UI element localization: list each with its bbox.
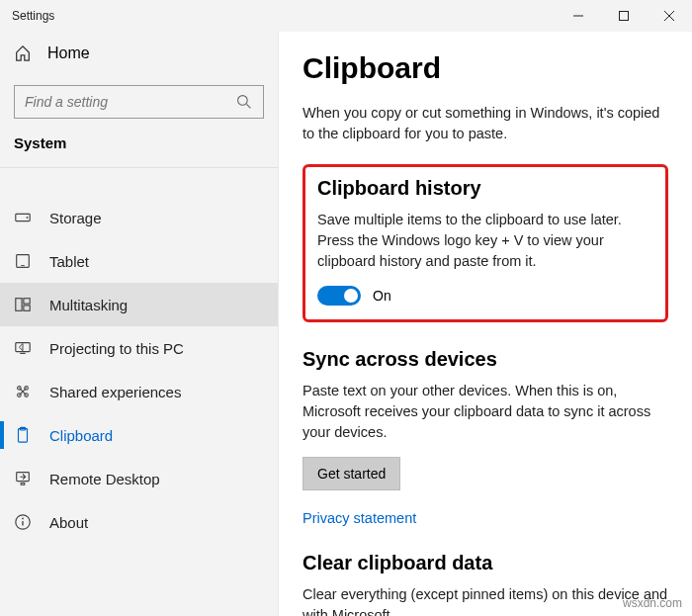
sidebar-item-projecting[interactable]: Projecting to this PC	[0, 326, 278, 370]
clear-desc: Clear everything (except pinned items) o…	[303, 584, 668, 616]
sidebar-item-label: Projecting to this PC	[49, 340, 184, 357]
storage-icon	[14, 209, 32, 226]
svg-rect-21	[21, 484, 25, 485]
sidebar-item-label: Remote Desktop	[49, 471, 160, 487]
sidebar-item-tablet[interactable]: Tablet	[0, 239, 278, 283]
sync-heading: Sync across devices	[303, 348, 668, 371]
page-intro: When you copy or cut something in Window…	[303, 103, 668, 144]
sidebar-item-multitasking[interactable]: Multitasking	[0, 283, 278, 326]
minimize-button[interactable]	[556, 0, 601, 32]
svg-line-5	[246, 104, 250, 108]
projecting-icon	[14, 339, 32, 357]
sidebar-item-label: Storage	[49, 210, 102, 226]
sidebar-item-label: Clipboard	[49, 427, 113, 444]
svg-point-24	[22, 518, 24, 520]
page-title: Clipboard	[303, 51, 668, 85]
maximize-button[interactable]	[601, 0, 647, 32]
remote-icon	[14, 470, 32, 487]
toggle-knob	[344, 289, 358, 303]
tablet-icon	[14, 252, 32, 270]
home-button[interactable]: Home	[0, 32, 278, 75]
sidebar-item-remote[interactable]: Remote Desktop	[0, 457, 278, 500]
svg-rect-10	[16, 299, 22, 311]
toggle-state-label: On	[373, 288, 391, 304]
info-icon	[14, 513, 32, 531]
watermark: wsxdn.com	[623, 596, 682, 610]
sidebar-category: System	[0, 127, 278, 168]
sidebar: Home System Storage	[0, 32, 279, 616]
svg-rect-18	[19, 429, 28, 443]
titlebar: Settings	[0, 0, 692, 32]
history-toggle[interactable]	[317, 286, 361, 306]
svg-point-7	[27, 217, 29, 219]
svg-point-4	[238, 96, 248, 106]
accent-bar	[0, 421, 4, 449]
sidebar-item-label: Tablet	[49, 253, 89, 270]
svg-rect-1	[620, 12, 629, 21]
main-content: Clipboard When you copy or cut something…	[279, 32, 692, 616]
multitasking-icon	[14, 296, 32, 313]
sidebar-item-about[interactable]: About	[0, 500, 278, 544]
close-button[interactable]	[647, 0, 692, 32]
sync-desc: Paste text on your other devices. When t…	[303, 381, 668, 443]
search-input[interactable]	[25, 94, 222, 110]
get-started-button[interactable]: Get started	[303, 457, 400, 490]
shared-icon	[14, 383, 32, 400]
window-title: Settings	[8, 9, 54, 23]
sidebar-nav: Storage Tablet Multitasking	[0, 168, 278, 544]
search-box[interactable]	[14, 85, 264, 119]
svg-rect-12	[24, 306, 30, 310]
clipboard-icon	[14, 426, 32, 444]
svg-rect-9	[21, 265, 25, 266]
home-label: Home	[47, 44, 90, 62]
sidebar-item-label: Multitasking	[49, 297, 128, 313]
sidebar-item-shared[interactable]: Shared experiences	[0, 370, 278, 413]
sidebar-item-label: About	[49, 514, 88, 531]
privacy-link[interactable]: Privacy statement	[303, 510, 416, 526]
clipboard-history-section: Clipboard history Save multiple items to…	[303, 164, 668, 322]
sidebar-item-storage[interactable]: Storage	[0, 196, 278, 239]
history-heading: Clipboard history	[317, 177, 653, 200]
clear-heading: Clear clipboard data	[303, 552, 668, 574]
sidebar-item-clipboard[interactable]: Clipboard	[0, 413, 278, 457]
sidebar-item-label: Shared experiences	[49, 384, 181, 400]
history-desc: Save multiple items to the clipboard to …	[317, 210, 653, 272]
search-icon	[235, 94, 253, 110]
home-icon	[14, 44, 32, 62]
svg-rect-11	[24, 299, 30, 304]
